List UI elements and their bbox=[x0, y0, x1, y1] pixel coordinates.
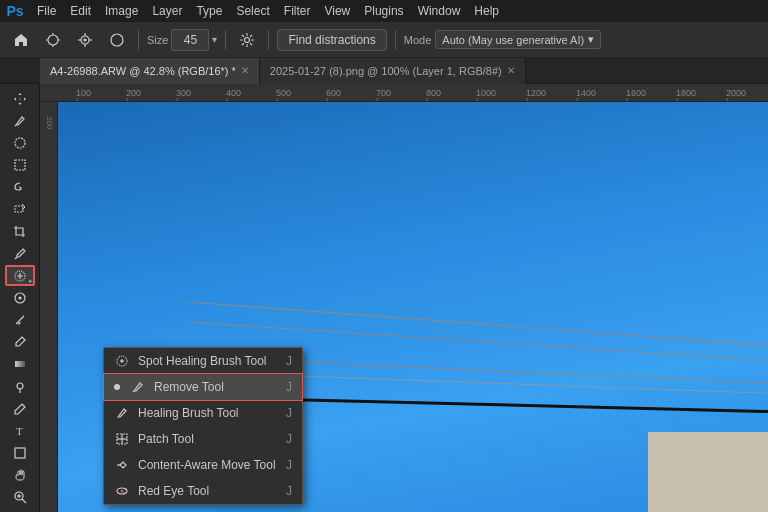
svg-text:T: T bbox=[16, 425, 23, 437]
menu-file[interactable]: File bbox=[30, 2, 63, 20]
ruler-mark: 1800 bbox=[676, 88, 726, 98]
tool-brush-generic[interactable] bbox=[5, 110, 35, 131]
red-eye-icon bbox=[114, 483, 130, 499]
ruler-mark: 2000 bbox=[726, 88, 768, 98]
ruler-mark: 300 bbox=[176, 88, 226, 98]
svg-point-12 bbox=[245, 37, 250, 42]
tool-crop[interactable] bbox=[5, 221, 35, 242]
svg-rect-19 bbox=[15, 361, 25, 367]
tool-pen[interactable] bbox=[5, 398, 35, 419]
ruler-mark: 1000 bbox=[476, 88, 526, 98]
tool-rect-select[interactable] bbox=[5, 154, 35, 175]
pressure-button[interactable] bbox=[104, 27, 130, 53]
svg-line-25 bbox=[22, 499, 26, 503]
svg-point-13 bbox=[15, 138, 25, 148]
tool-shape[interactable] bbox=[5, 443, 35, 464]
ctx-remove-tool[interactable]: Remove Tool J bbox=[104, 374, 302, 400]
ruler-mark: 100 bbox=[76, 88, 126, 98]
size-control: Size ▾ bbox=[147, 29, 217, 51]
ctx-remove-shortcut: J bbox=[286, 380, 292, 394]
mode-control: Mode Auto (May use generative AI) ▾ bbox=[404, 30, 601, 49]
tool-dodge[interactable] bbox=[5, 376, 35, 397]
toolbar-divider-4 bbox=[395, 30, 396, 50]
tab-arw[interactable]: A4-26988.ARW @ 42.8% (RGB/16*) * ✕ bbox=[40, 58, 260, 84]
toolbar-divider-1 bbox=[138, 30, 139, 50]
ctx-content-aware-shortcut: J bbox=[286, 458, 292, 472]
tab-arw-close[interactable]: ✕ bbox=[241, 65, 249, 76]
svg-rect-14 bbox=[15, 160, 25, 170]
tool-hand[interactable] bbox=[5, 465, 35, 486]
ctx-patch[interactable]: Patch Tool J bbox=[104, 426, 302, 452]
building bbox=[648, 432, 768, 512]
ctx-red-eye-shortcut: J bbox=[286, 484, 292, 498]
svg-point-11 bbox=[111, 34, 123, 46]
ctx-spot-healing-label: Spot Healing Brush Tool bbox=[138, 354, 278, 368]
ctx-patch-label: Patch Tool bbox=[138, 432, 278, 446]
size-input[interactable] bbox=[171, 29, 209, 51]
tool-circular-marquee[interactable] bbox=[5, 132, 35, 153]
ruler-mark: 1600 bbox=[626, 88, 676, 98]
mode-label: Mode bbox=[404, 34, 432, 46]
tab-png-label: 2025-01-27 (8).png @ 100% (Layer 1, RGB/… bbox=[270, 65, 502, 77]
context-menu: Spot Healing Brush Tool J Remove Tool J bbox=[103, 347, 303, 505]
tool-eyedropper[interactable] bbox=[5, 243, 35, 264]
ctx-patch-shortcut: J bbox=[286, 432, 292, 446]
brush-preset-icon[interactable] bbox=[40, 27, 66, 53]
menu-select[interactable]: Select bbox=[229, 2, 276, 20]
ruler-marks: 100 200 300 400 500 600 700 800 1000 120… bbox=[58, 88, 768, 98]
left-toolbar: ▸ T bbox=[0, 84, 40, 512]
tab-png[interactable]: 2025-01-27 (8).png @ 100% (Layer 1, RGB/… bbox=[260, 58, 526, 84]
tool-clone[interactable] bbox=[5, 287, 35, 308]
tool-move[interactable] bbox=[5, 88, 35, 109]
tool-healing[interactable]: ▸ bbox=[5, 265, 35, 286]
menu-filter[interactable]: Filter bbox=[277, 2, 318, 20]
tool-zoom[interactable] bbox=[5, 487, 35, 508]
ctx-red-eye[interactable]: Red Eye Tool J bbox=[104, 478, 302, 504]
mode-dropdown[interactable]: Auto (May use generative AI) ▾ bbox=[435, 30, 601, 49]
ctx-remove-label: Remove Tool bbox=[154, 380, 278, 394]
menu-help[interactable]: Help bbox=[467, 2, 506, 20]
settings-button[interactable] bbox=[234, 27, 260, 53]
ruler-v-mark: 200 bbox=[45, 116, 54, 129]
healing-brush-icon bbox=[114, 405, 130, 421]
canvas-content[interactable]: Spot Healing Brush Tool J Remove Tool J bbox=[58, 102, 768, 512]
tool-healing-arrow: ▸ bbox=[29, 277, 33, 285]
svg-point-41 bbox=[121, 490, 124, 493]
svg-point-20 bbox=[17, 383, 23, 389]
menu-edit[interactable]: Edit bbox=[63, 2, 98, 20]
ruler-horizontal: 100 200 300 400 500 600 700 800 1000 120… bbox=[40, 84, 768, 102]
tab-png-close[interactable]: ✕ bbox=[507, 65, 515, 76]
tool-smudge[interactable] bbox=[5, 310, 35, 331]
spot-healing-icon bbox=[114, 353, 130, 369]
ctx-spot-healing[interactable]: Spot Healing Brush Tool J bbox=[104, 348, 302, 374]
tool-lasso[interactable] bbox=[5, 177, 35, 198]
tool-eraser[interactable] bbox=[5, 332, 35, 353]
ruler-mark: 500 bbox=[276, 88, 326, 98]
menu-plugins[interactable]: Plugins bbox=[357, 2, 410, 20]
size-dropdown-arrow[interactable]: ▾ bbox=[212, 34, 217, 45]
ruler-mark: 1400 bbox=[576, 88, 626, 98]
canvas-area[interactable]: 100 200 300 400 500 600 700 800 1000 120… bbox=[40, 84, 768, 512]
menu-window[interactable]: Window bbox=[411, 2, 468, 20]
find-distractions-button[interactable]: Find distractions bbox=[277, 29, 386, 51]
content-aware-icon bbox=[114, 457, 130, 473]
patch-tool-icon bbox=[114, 431, 130, 447]
crosshair-button[interactable] bbox=[72, 27, 98, 53]
menu-view[interactable]: View bbox=[317, 2, 357, 20]
ruler-mark: 400 bbox=[226, 88, 276, 98]
mode-chevron-icon: ▾ bbox=[588, 33, 594, 46]
ctx-healing-brush[interactable]: Healing Brush Tool J bbox=[104, 400, 302, 426]
ruler-mark: 1200 bbox=[526, 88, 576, 98]
tool-gradient[interactable] bbox=[5, 354, 35, 375]
tool-object-select[interactable] bbox=[5, 199, 35, 220]
home-button[interactable] bbox=[8, 27, 34, 53]
menu-type[interactable]: Type bbox=[189, 2, 229, 20]
menu-layer[interactable]: Layer bbox=[145, 2, 189, 20]
document-tabs: A4-26988.ARW @ 42.8% (RGB/16*) * ✕ 2025-… bbox=[0, 58, 768, 84]
ctx-content-aware[interactable]: Content-Aware Move Tool J bbox=[104, 452, 302, 478]
tool-type[interactable]: T bbox=[5, 420, 35, 441]
ruler-mark: 200 bbox=[126, 88, 176, 98]
menu-image[interactable]: Image bbox=[98, 2, 145, 20]
ctx-content-aware-label: Content-Aware Move Tool bbox=[138, 458, 278, 472]
ruler-vertical: 200 bbox=[40, 102, 58, 512]
